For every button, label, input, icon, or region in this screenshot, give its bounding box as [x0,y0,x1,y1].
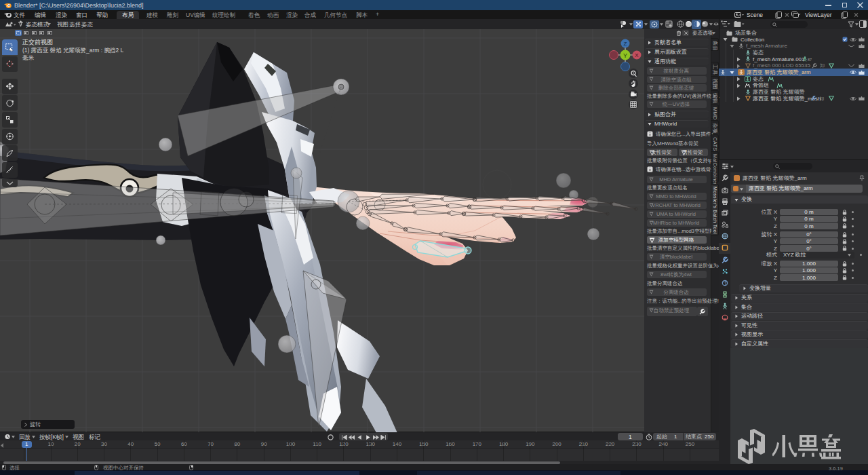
svg-text:Y: Y [623,52,627,59]
svg-text:Z: Z [624,41,627,47]
svg-text:X: X [635,52,639,58]
